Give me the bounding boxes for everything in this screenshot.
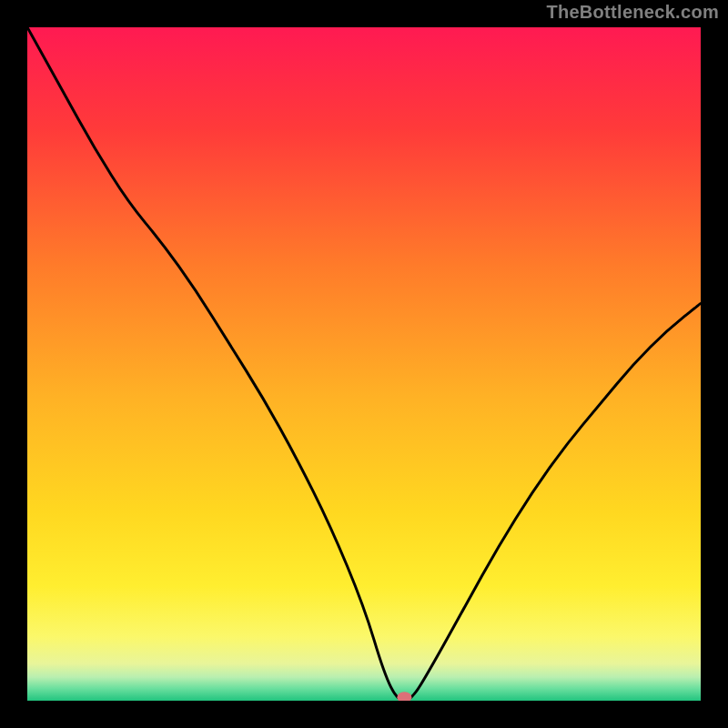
gradient-background xyxy=(27,27,701,701)
chart-frame: TheBottleneck.com xyxy=(0,0,728,728)
plot-area xyxy=(27,27,701,701)
watermark-label: TheBottleneck.com xyxy=(546,2,719,23)
bottleneck-chart xyxy=(27,27,701,701)
